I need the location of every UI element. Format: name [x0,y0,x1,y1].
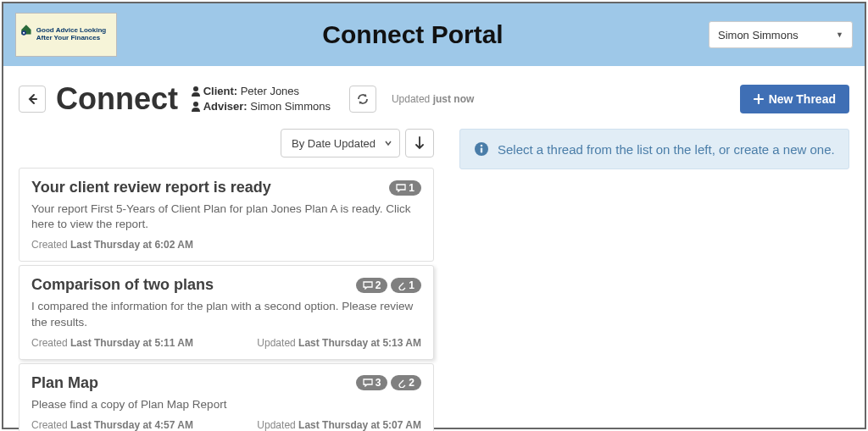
thread-title: Comparison of two plans [31,276,214,294]
updated-status: Updated just now [392,93,474,105]
logo: Good Advice Looking After Your Finances [15,13,117,57]
top-bar: Good Advice Looking After Your Finances … [3,3,865,66]
updated-value: just now [433,93,475,105]
speech-bubble-icon [363,281,373,290]
thread-body: Please find a copy of Plan Map Report [31,397,421,412]
thread-title: Your client review report is ready [31,179,271,196]
paperclip-icon [398,378,406,388]
sort-label: By Date Updated [292,137,376,150]
logo-text: Good Advice Looking After Your Finances [36,27,113,42]
svg-rect-6 [481,148,482,153]
empty-state: Select a thread from the list on the lef… [459,129,849,169]
comment-badge: 1 [389,180,421,196]
adviser-name: Simon Simmons [250,100,331,113]
arrow-left-icon [26,93,38,105]
thread-created: Created Last Thursday at 4:57 AM [31,419,193,431]
user-dropdown[interactable]: Simon Simmons ▼ [709,21,853,48]
thread-body: I compared the information for the plan … [31,299,421,329]
paperclip-icon [398,280,406,290]
updated-prefix: Updated [392,93,430,105]
adviser-label: Adviser: [203,100,248,113]
info-icon [474,141,489,157]
client-adviser-block: Client: Peter Jones Adviser: Simon Simmo… [192,84,331,114]
thread-title: Plan Map [31,374,98,392]
client-label: Client: [203,85,237,97]
comment-badge: 2 [356,278,388,293]
new-thread-button[interactable]: New Thread [740,85,849,113]
speech-bubble-icon [396,184,406,192]
thread-item[interactable]: Comparison of two plans 21 I compared th… [19,265,434,359]
arrow-down-icon [415,136,424,150]
person-icon [192,86,200,97]
client-name: Peter Jones [241,85,299,97]
svg-point-2 [193,86,198,91]
user-dropdown-label: Simon Simmons [718,29,798,41]
thread-item[interactable]: Your client review report is ready 1 You… [19,168,434,262]
thread-updated: Updated Last Thursday at 5:07 AM [257,419,421,431]
logo-badge-icon [19,23,33,47]
person-icon [192,102,200,112]
attachment-badge: 2 [391,375,421,390]
comment-badge: 3 [356,375,388,390]
back-button[interactable] [19,86,46,113]
sort-direction-button[interactable] [405,129,434,157]
svg-point-1 [23,32,25,34]
thread-created: Created Last Thursday at 6:02 AM [31,239,193,251]
new-thread-label: New Thread [769,92,836,106]
empty-state-text: Select a thread from the list on the lef… [498,142,835,157]
thread-created: Created Last Thursday at 5:11 AM [31,337,193,349]
thread-item[interactable]: Plan Map 32 Please find a copy of Plan M… [19,363,434,431]
chevron-down-icon [384,139,392,147]
svg-point-3 [193,102,198,107]
plus-icon [754,94,764,104]
refresh-button[interactable] [349,86,376,113]
portal-title: Connect Portal [117,20,709,49]
page-title: Connect [56,81,178,117]
caret-down-icon: ▼ [836,30,843,39]
svg-point-5 [481,145,483,147]
speech-bubble-icon [363,379,373,387]
refresh-icon [356,92,370,106]
thread-body: Your report First 5-Years of Client Plan… [31,202,421,232]
thread-updated: Updated Last Thursday at 5:13 AM [257,337,421,349]
attachment-badge: 1 [391,278,421,293]
sort-dropdown[interactable]: By Date Updated [281,129,400,157]
